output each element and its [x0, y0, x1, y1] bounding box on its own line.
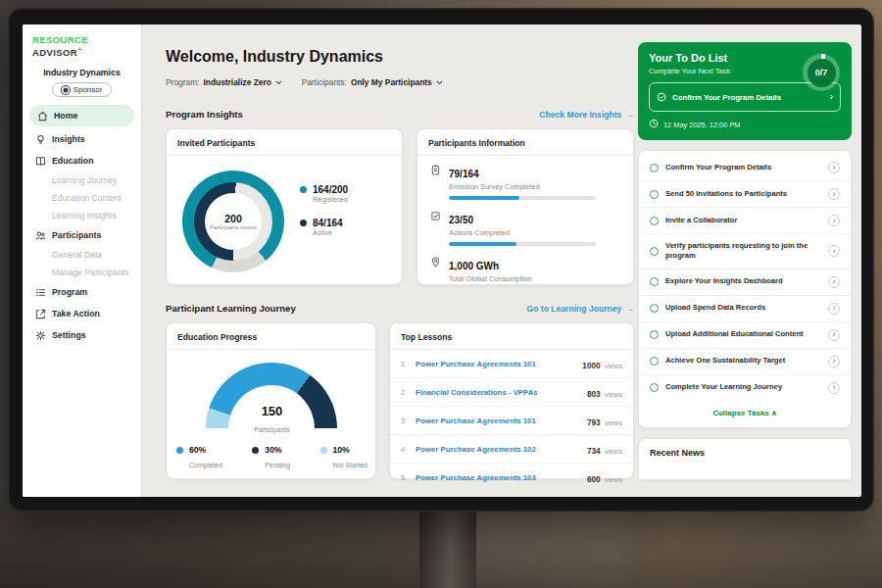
task-row[interactable]: Explore Your Insights Dashboard ›: [639, 270, 851, 296]
task-open-button[interactable]: ›: [828, 162, 840, 173]
sidebar-item-learning-journey[interactable]: Learning Journey: [23, 172, 141, 189]
filter-label: Program:: [166, 77, 199, 87]
due-text: 12 May 2025, 12:00 PM: [663, 121, 740, 129]
task-row[interactable]: Invite a Collaborator ›: [639, 208, 851, 234]
stat-emission-survey: 79/164 Emission Survey Completed: [417, 156, 633, 202]
todo-progress-ring: 0/7: [803, 54, 840, 91]
sidebar-item-settings[interactable]: Settings: [23, 324, 141, 346]
book-icon: [34, 155, 46, 167]
sidebar-item-general-data[interactable]: General Data: [23, 246, 141, 264]
gear-icon: [34, 329, 46, 341]
top-lessons-card: Top Lessons 1 Power Purchase Agreements …: [389, 322, 634, 479]
task-open-button[interactable]: ›: [828, 382, 840, 394]
progress-bar: [449, 242, 596, 246]
lesson-link[interactable]: Power Purchase Agreements 102: [416, 445, 580, 454]
task-row[interactable]: Confirm Your Program Details ›: [639, 155, 851, 181]
sidebar-item-education[interactable]: Education: [23, 150, 141, 172]
lesson-link[interactable]: Power Purchase Agreements 101: [416, 360, 575, 368]
task-checkbox[interactable]: [650, 330, 659, 339]
chevron-down-icon: [275, 77, 282, 87]
pin-icon: [429, 256, 441, 268]
check-circle-icon: [657, 88, 666, 106]
recent-news-card: Recent News: [638, 438, 852, 480]
task-open-button[interactable]: ›: [828, 215, 840, 226]
sidebar: RESOURCE ADVISOR+ Industry Dynamics Spon…: [23, 24, 142, 497]
check-more-insights-link[interactable]: Check More Insights →: [539, 110, 634, 120]
go-to-learning-journey-link[interactable]: Go to Learning Journey →: [526, 304, 634, 314]
donut-legend: 164/200 Registered 84/164 Active: [300, 184, 348, 237]
task-checkbox[interactable]: [650, 190, 659, 199]
section-title: Participant Learning Journey: [166, 303, 296, 314]
bulb-icon: [34, 133, 46, 145]
task-open-button[interactable]: ›: [828, 188, 840, 200]
arrow-right-icon: →: [625, 304, 634, 314]
list-icon: [34, 286, 46, 298]
task-checkbox[interactable]: [650, 304, 659, 313]
donut-value: 200: [224, 213, 242, 224]
sidebar-item-home[interactable]: Home: [29, 105, 134, 126]
task-row[interactable]: Complete Your Learning Journey ›: [639, 375, 851, 401]
todo-panel: Your To Do List 0/7 Complete Your Next T…: [638, 42, 852, 480]
nav-label: Program: [52, 287, 87, 297]
logo-primary: RESOURCE: [32, 34, 88, 45]
sidebar-item-program[interactable]: Program: [23, 281, 141, 303]
section-title: Program Insights: [166, 109, 243, 120]
legend-registered: 164/200 Registered: [300, 184, 348, 204]
task-checkbox[interactable]: [650, 357, 659, 366]
task-row[interactable]: Achieve One Sustainability Target ›: [639, 349, 851, 375]
lesson-row: 4 Power Purchase Agreements 102 734 view…: [390, 435, 633, 464]
donut-center: 200 Participants Invited: [205, 193, 262, 250]
stat-global-consumption: 1,000 GWh Total Global Consumption: [417, 248, 633, 285]
card-title: Invited Participants: [167, 129, 402, 156]
card-title: Top Lessons: [390, 323, 633, 350]
task-open-button[interactable]: ›: [828, 245, 840, 257]
stat-actions-completed: 23/50 Actions Completed: [417, 202, 633, 248]
lesson-link[interactable]: Power Purchase Agreements 101: [416, 416, 580, 425]
gauge-legend: 60% Completed 30% Pending 10% Not Starte…: [176, 445, 368, 468]
filter-bar: Program: Industrialize Zero Participants…: [166, 77, 443, 87]
legend-not-started: 10% Not Started: [320, 445, 368, 468]
logo-secondary: ADVISOR: [32, 47, 77, 58]
education-progress-card: Education Progress 150 Participants 60% …: [166, 322, 376, 479]
task-checkbox[interactable]: [650, 164, 659, 172]
legend-dot: [176, 447, 183, 454]
sidebar-item-education-content[interactable]: Education Content: [23, 189, 141, 207]
checklist-icon: [429, 210, 441, 221]
todo-summary-card: Your To Do List 0/7 Complete Your Next T…: [638, 42, 852, 140]
task-open-button[interactable]: ›: [828, 356, 840, 368]
action-arrow-icon: [34, 308, 46, 319]
legend-active: 84/164 Active: [300, 218, 348, 237]
task-row[interactable]: Upload Additional Educational Content ›: [639, 322, 851, 349]
task-checkbox[interactable]: [650, 217, 659, 225]
sidebar-nav: Home Insights Education Learning Journey…: [23, 105, 141, 346]
task-checkbox[interactable]: [650, 277, 659, 286]
filter-value: Industrialize Zero: [203, 77, 270, 87]
recent-news-title: Recent News: [650, 448, 840, 458]
card-title: Education Progress: [167, 323, 375, 350]
task-list-card: Confirm Your Program Details › Send 50 I…: [638, 150, 852, 428]
sidebar-item-insights[interactable]: Insights: [23, 128, 141, 150]
task-row[interactable]: Verify participants requesting to join t…: [639, 234, 851, 270]
task-checkbox[interactable]: [650, 383, 659, 392]
logo-plus: +: [77, 45, 82, 54]
sidebar-item-manage-participants[interactable]: Manage Participants: [23, 264, 141, 281]
sidebar-item-participants[interactable]: Participants: [23, 224, 141, 246]
link-label: Go to Learning Journey: [526, 304, 621, 314]
lesson-link[interactable]: Financial Considerations - VPPAs: [416, 388, 580, 397]
sidebar-item-learning-insights[interactable]: Learning Insights: [23, 207, 141, 224]
task-open-button[interactable]: ›: [828, 276, 840, 288]
task-row[interactable]: Send 50 Invitations to Participants ›: [639, 181, 851, 208]
participants-filter[interactable]: Participants: Only My Participants: [302, 77, 443, 87]
sponsor-icon: [62, 86, 70, 94]
task-open-button[interactable]: ›: [828, 329, 840, 341]
arrow-right-icon: →: [625, 110, 634, 120]
collapse-tasks-link[interactable]: Collapse Tasks ∧: [639, 401, 851, 423]
task-open-button[interactable]: ›: [828, 303, 840, 315]
task-row[interactable]: Upload Spend Data Records ›: [639, 296, 851, 322]
sidebar-item-take-action[interactable]: Take Action: [23, 303, 141, 324]
task-checkbox[interactable]: [650, 247, 659, 256]
invited-participants-card: Invited Participants 200 Participants In…: [166, 128, 403, 285]
lesson-link[interactable]: Power Purchase Agreements 103: [416, 473, 580, 482]
program-filter[interactable]: Program: Industrialize Zero: [166, 77, 282, 87]
sponsor-badge[interactable]: Sponsor: [52, 82, 113, 97]
